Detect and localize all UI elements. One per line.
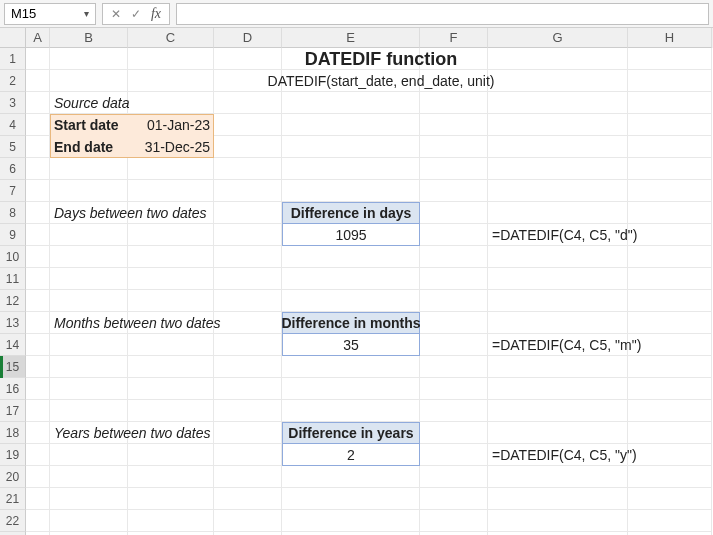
- formula-bar-buttons: ✕ ✓ fx: [102, 3, 170, 25]
- row-head-22[interactable]: 22: [0, 510, 26, 532]
- fx-icon[interactable]: fx: [147, 5, 165, 23]
- section-years-label: Years between two dates: [50, 422, 282, 444]
- row-head-15[interactable]: 15: [0, 356, 26, 378]
- row-head-10[interactable]: 10: [0, 246, 26, 268]
- row-head-3[interactable]: 3: [0, 92, 26, 114]
- end-date-value[interactable]: 31-Dec-25: [128, 136, 214, 158]
- days-value[interactable]: 1095: [282, 224, 420, 246]
- col-head-F[interactable]: F: [420, 28, 488, 48]
- row-head-17[interactable]: 17: [0, 400, 26, 422]
- start-date-label: Start date: [50, 114, 128, 136]
- row-head-9[interactable]: 9: [0, 224, 26, 246]
- formula-bar: M15 ▾ ✕ ✓ fx: [0, 0, 713, 28]
- col-head-G[interactable]: G: [488, 28, 628, 48]
- cancel-icon[interactable]: ✕: [107, 5, 125, 23]
- row-head-2[interactable]: 2: [0, 70, 26, 92]
- name-box-value: M15: [11, 6, 36, 21]
- days-header: Difference in days: [282, 202, 420, 224]
- section-days-label: Days between two dates: [50, 202, 282, 224]
- days-formula: =DATEDIF(C4, C5, "d"): [488, 224, 712, 246]
- column-headers: ABCDEFGH: [26, 28, 713, 48]
- years-value[interactable]: 2: [282, 444, 420, 466]
- row-head-16[interactable]: 16: [0, 378, 26, 400]
- months-formula: =DATEDIF(C4, C5, "m"): [488, 334, 712, 356]
- end-date-label: End date: [50, 136, 128, 158]
- months-header: Difference in months: [282, 312, 420, 334]
- years-formula: =DATEDIF(C4, C5, "y"): [488, 444, 712, 466]
- row-head-4[interactable]: 4: [0, 114, 26, 136]
- row-head-11[interactable]: 11: [0, 268, 26, 290]
- section-months-label: Months between two dates: [50, 312, 282, 334]
- function-syntax: DATEDIF(start_date, end_date, unit): [50, 70, 712, 92]
- page-title: DATEDIF function: [50, 48, 712, 70]
- col-head-B[interactable]: B: [50, 28, 128, 48]
- months-value[interactable]: 35: [282, 334, 420, 356]
- row-headers: 1234567891011121314151617181920212223: [0, 48, 26, 535]
- source-data-label: Source data: [50, 92, 214, 114]
- col-head-E[interactable]: E: [282, 28, 420, 48]
- col-head-H[interactable]: H: [628, 28, 712, 48]
- start-date-value[interactable]: 01-Jan-23: [128, 114, 214, 136]
- row-head-5[interactable]: 5: [0, 136, 26, 158]
- row-head-12[interactable]: 12: [0, 290, 26, 312]
- row-head-14[interactable]: 14: [0, 334, 26, 356]
- select-all-corner[interactable]: [0, 28, 26, 48]
- row-head-7[interactable]: 7: [0, 180, 26, 202]
- name-box[interactable]: M15 ▾: [4, 3, 96, 25]
- formula-input[interactable]: [176, 3, 709, 25]
- row-head-21[interactable]: 21: [0, 488, 26, 510]
- col-head-C[interactable]: C: [128, 28, 214, 48]
- check-icon[interactable]: ✓: [127, 5, 145, 23]
- row-head-6[interactable]: 6: [0, 158, 26, 180]
- row-head-1[interactable]: 1: [0, 48, 26, 70]
- years-header: Difference in years: [282, 422, 420, 444]
- row-head-13[interactable]: 13: [0, 312, 26, 334]
- col-head-D[interactable]: D: [214, 28, 282, 48]
- chevron-down-icon[interactable]: ▾: [84, 8, 89, 19]
- row-head-19[interactable]: 19: [0, 444, 26, 466]
- row-head-20[interactable]: 20: [0, 466, 26, 488]
- row-head-8[interactable]: 8: [0, 202, 26, 224]
- col-head-A[interactable]: A: [26, 28, 50, 48]
- row-head-18[interactable]: 18: [0, 422, 26, 444]
